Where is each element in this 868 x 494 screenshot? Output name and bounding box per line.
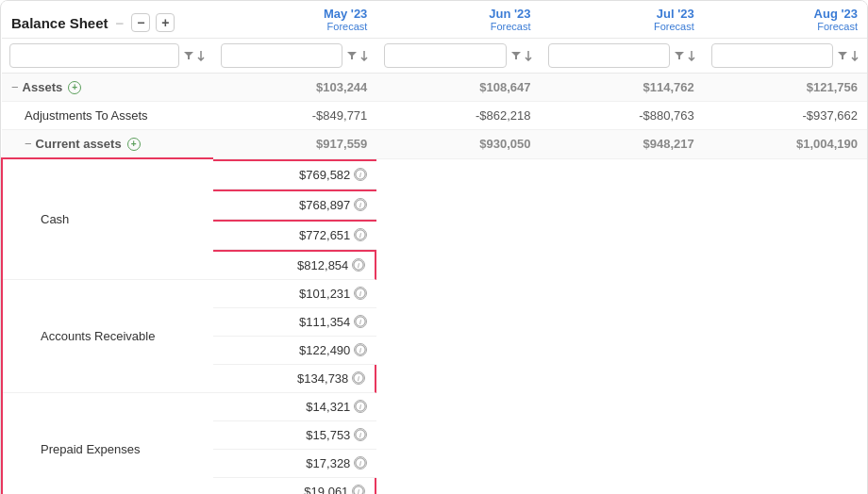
sort-icon-aug bbox=[850, 50, 860, 61]
row-label: Cash bbox=[2, 158, 213, 280]
row-label: −Current assets+ bbox=[2, 130, 213, 159]
filter-input-may23[interactable] bbox=[221, 43, 342, 68]
svg-marker-0 bbox=[184, 52, 193, 59]
svg-text:i: i bbox=[359, 172, 362, 178]
row-value: $122,490i bbox=[213, 337, 376, 365]
svg-marker-2 bbox=[511, 52, 521, 59]
svg-text:i: i bbox=[358, 488, 360, 494]
cell-value: $769,582 bbox=[299, 168, 350, 182]
column-headers: Balance Sheet − − + May '23 Forecast Jun… bbox=[2, 1, 867, 39]
filter-input-aug23[interactable] bbox=[711, 43, 833, 68]
row-label: Prepaid Expenses bbox=[2, 393, 213, 495]
svg-marker-3 bbox=[675, 52, 684, 59]
row-value: $114,762 bbox=[541, 74, 704, 102]
filter-aug23-col bbox=[704, 39, 867, 74]
info-icon[interactable]: i bbox=[352, 371, 365, 385]
row-value: $768,897i bbox=[213, 189, 376, 220]
svg-text:i: i bbox=[359, 347, 362, 354]
col-jul23: Jul '23 Forecast bbox=[541, 1, 704, 39]
col-aug23: Aug '23 Forecast bbox=[704, 1, 867, 39]
row-value: -$849,771 bbox=[213, 102, 376, 130]
add-row-button[interactable]: + bbox=[68, 81, 81, 94]
filter-may23-col bbox=[213, 39, 376, 74]
filter-jul23-col bbox=[541, 39, 704, 74]
filter-icons-jun23 bbox=[510, 50, 533, 61]
filter-icon-jun bbox=[510, 50, 522, 61]
filter-icon-jul bbox=[674, 50, 685, 61]
row-value: $1,004,190 bbox=[704, 130, 867, 159]
section-toggle[interactable]: − bbox=[11, 80, 19, 94]
svg-text:i: i bbox=[359, 432, 362, 438]
svg-text:i: i bbox=[359, 290, 362, 297]
info-icon[interactable]: i bbox=[354, 198, 367, 211]
svg-text:i: i bbox=[359, 460, 362, 467]
table-row: Cash$769,582i$768,897i$772,651i$812,854i bbox=[2, 158, 867, 280]
filter-input-jul23[interactable] bbox=[548, 43, 670, 68]
info-icon[interactable]: i bbox=[354, 228, 367, 241]
row-value: $134,738i bbox=[213, 365, 376, 393]
filter-row bbox=[2, 39, 867, 74]
cell-value: $768,897 bbox=[299, 198, 350, 212]
section-label: Current assets bbox=[36, 137, 122, 151]
cell-value: $111,354 bbox=[299, 315, 350, 329]
svg-marker-1 bbox=[347, 52, 357, 59]
table-row: Prepaid Expenses$14,321i$15,753i$17,328i… bbox=[2, 393, 867, 495]
cell-value: $134,738 bbox=[297, 371, 348, 386]
filter-icons-label bbox=[183, 50, 206, 61]
info-icon[interactable]: i bbox=[354, 400, 367, 413]
row-value: $812,854i bbox=[213, 250, 376, 280]
filter-icon bbox=[183, 50, 194, 61]
table-row: Adjustments To Assets-$849,771-$862,218-… bbox=[2, 102, 867, 130]
info-icon[interactable]: i bbox=[354, 315, 367, 328]
row-value: $769,582i bbox=[213, 159, 376, 189]
cell-value: $812,854 bbox=[297, 258, 348, 272]
info-icon[interactable]: i bbox=[354, 428, 367, 441]
row-label: Adjustments To Assets bbox=[2, 102, 213, 130]
filter-icons-aug23 bbox=[837, 50, 860, 61]
table-row: Accounts Receivable$101,231i$111,354i$12… bbox=[2, 280, 867, 393]
cell-value: $122,490 bbox=[299, 343, 350, 357]
info-icon[interactable]: i bbox=[354, 343, 367, 356]
info-icon[interactable]: i bbox=[354, 287, 367, 300]
cell-value: $14,321 bbox=[306, 400, 350, 414]
filter-input-jun23[interactable] bbox=[384, 43, 506, 68]
filter-icon-aug bbox=[837, 50, 848, 61]
info-icon[interactable]: i bbox=[352, 485, 365, 494]
cell-value: $101,231 bbox=[299, 287, 350, 301]
row-value: $108,647 bbox=[376, 74, 540, 102]
row-value: $101,231i bbox=[213, 280, 376, 308]
sort-icon bbox=[196, 50, 206, 61]
svg-marker-4 bbox=[838, 52, 847, 59]
info-icon[interactable]: i bbox=[354, 168, 367, 181]
row-value: -$862,218 bbox=[376, 102, 540, 130]
cell-value: $15,753 bbox=[306, 428, 350, 442]
collapse-button[interactable]: − bbox=[131, 13, 150, 32]
cell-value: $19,061 bbox=[304, 485, 348, 495]
svg-text:i: i bbox=[359, 202, 362, 208]
row-value: $917,559 bbox=[213, 130, 376, 159]
row-value: $17,328i bbox=[213, 450, 376, 478]
table-row: −Current assets+$917,559$930,050$948,217… bbox=[2, 130, 867, 159]
filter-icon-may bbox=[346, 50, 358, 61]
filter-input-label[interactable] bbox=[9, 43, 179, 68]
filter-icons-jul23 bbox=[674, 50, 696, 61]
row-value: $772,651i bbox=[213, 220, 376, 250]
section-label: Assets bbox=[23, 80, 63, 94]
balance-sheet-title: Balance Sheet bbox=[11, 15, 108, 31]
row-label: −Assets+ bbox=[2, 74, 213, 102]
svg-text:i: i bbox=[358, 262, 360, 269]
sort-icon-jul bbox=[687, 50, 696, 61]
section-toggle[interactable]: − bbox=[25, 137, 32, 151]
expand-button[interactable]: + bbox=[156, 13, 175, 32]
row-value: $103,244 bbox=[213, 74, 376, 102]
row-value: -$880,763 bbox=[541, 102, 704, 130]
row-label: Accounts Receivable bbox=[2, 280, 213, 393]
info-icon[interactable]: i bbox=[352, 258, 365, 272]
col-may23: May '23 Forecast bbox=[213, 1, 376, 39]
add-row-button[interactable]: + bbox=[127, 138, 141, 151]
row-value: -$937,662 bbox=[704, 102, 867, 130]
filter-label-col bbox=[2, 39, 213, 74]
cell-value: $772,651 bbox=[299, 228, 350, 242]
info-icon[interactable]: i bbox=[354, 456, 367, 469]
table-row: −Assets+$103,244$108,647$114,762$121,756 bbox=[2, 74, 867, 102]
